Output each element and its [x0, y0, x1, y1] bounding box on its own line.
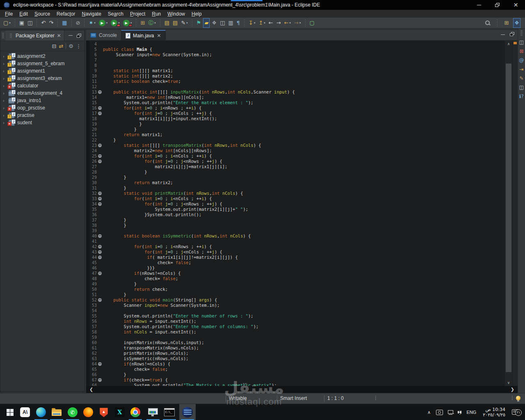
fold-collapse-icon[interactable]: –: [98, 154, 102, 158]
expand-chevron-icon[interactable]: ›: [3, 120, 7, 125]
fold-collapse-icon[interactable]: –: [98, 234, 102, 238]
back-button[interactable]: ←: [267, 18, 274, 28]
status-overflow-icon[interactable]: ⋮: [373, 395, 378, 401]
help-view-button[interactable]: ℹ?: [519, 94, 524, 99]
scroll-right-icon[interactable]: ❯: [511, 387, 514, 392]
tab-main-java[interactable]: JMain.java✕: [121, 30, 166, 40]
scrollbar-thumb[interactable]: [506, 64, 511, 372]
tips-lightbulb-icon[interactable]: [516, 396, 520, 400]
expand-chevron-icon[interactable]: ›: [3, 61, 7, 66]
format-brush-button[interactable]: ✎▾: [180, 18, 189, 28]
next-annotation-button[interactable]: ↧▾: [247, 18, 256, 28]
problems-view-button[interactable]: ⊠: [519, 49, 523, 54]
maximize-view-button[interactable]: [77, 34, 81, 38]
minimize-button[interactable]: [470, 0, 488, 10]
taskbar-file-explorer[interactable]: [48, 404, 65, 420]
fold-collapse-icon[interactable]: –: [98, 245, 102, 249]
scroll-left-icon[interactable]: ❮: [89, 387, 93, 392]
view-menu-button[interactable]: ⋮: [76, 43, 81, 49]
new-java-project-button[interactable]: ⊞: [139, 18, 146, 28]
horizontal-scrollbar[interactable]: ❮ ❯: [86, 386, 518, 393]
formatter-view-button[interactable]: ✎: [519, 76, 523, 81]
expand-chevron-icon[interactable]: ›: [3, 113, 7, 118]
tray-expand-icon[interactable]: ∧: [425, 410, 434, 415]
expand-chevron-icon[interactable]: ›: [3, 76, 7, 81]
taskbar-brave[interactable]: ▲: [96, 404, 112, 420]
taskbar-start[interactable]: [2, 404, 18, 420]
previous-annotation-button[interactable]: ↥▾: [257, 18, 266, 28]
project-practise[interactable]: ›J!practise: [0, 112, 84, 119]
fold-collapse-icon[interactable]: –: [98, 272, 102, 275]
project-assignment_5_ebram[interactable]: ›J!assignment_5_ebram: [0, 60, 84, 67]
restore-button[interactable]: [488, 0, 507, 10]
menu-source[interactable]: Source: [31, 11, 53, 17]
menu-file[interactable]: File: [2, 11, 16, 17]
javadoc-view-button[interactable]: @: [519, 58, 524, 63]
search-button[interactable]: [484, 18, 492, 28]
fold-collapse-icon[interactable]: –: [98, 144, 102, 147]
java-perspective-button[interactable]: ❖: [513, 18, 520, 28]
expand-chevron-icon[interactable]: ›: [3, 91, 7, 96]
project-assignment1[interactable]: ›J!assignment1: [0, 67, 84, 75]
restore-view-2-button[interactable]: ◫: [519, 85, 524, 90]
drag-handle-icon[interactable]: [2, 33, 4, 39]
forward-button[interactable]: →: [275, 18, 282, 28]
project-assignment3_ebram[interactable]: ›J!assignment3_ebram: [0, 75, 84, 82]
next-editor-button[interactable]: ◫: [219, 18, 226, 28]
fold-collapse-icon[interactable]: –: [98, 362, 102, 366]
link-with-editor-button[interactable]: ⇄: [59, 43, 63, 49]
package-explorer-tab[interactable]: Package Explorer ✕: [6, 30, 64, 41]
fold-collapse-icon[interactable]: –: [98, 256, 102, 259]
taskbar-firefox[interactable]: [80, 404, 96, 420]
back-history-button[interactable]: ←▾: [283, 18, 292, 28]
forward-history-button[interactable]: →▾: [293, 18, 302, 28]
volume-icon[interactable]: ): [459, 410, 461, 415]
language-indicator[interactable]: ENG: [463, 410, 479, 415]
taskbar-terminal[interactable]: C:\_: [161, 404, 178, 420]
network-icon[interactable]: [448, 410, 454, 415]
taskbar-x-app[interactable]: X: [112, 404, 128, 420]
meet-now-icon[interactable]: [436, 410, 443, 415]
project-oop_prsctise[interactable]: ›J×oop_prsctise: [0, 104, 84, 112]
overview-ruler[interactable]: [512, 41, 518, 386]
close-view-icon[interactable]: ✕: [57, 33, 62, 39]
import-folder-button[interactable]: ▤: [171, 18, 179, 28]
vertical-scrollbar[interactable]: ∧ ∨: [504, 41, 512, 386]
fold-collapse-icon[interactable]: –: [98, 378, 102, 382]
clock[interactable]: 10:34 ص ٢٠٢٥/٠٩/٢٥: [479, 407, 509, 418]
fold-collapse-icon[interactable]: –: [98, 160, 102, 163]
minimize-view-button[interactable]: [68, 35, 73, 36]
menu-refactor[interactable]: Refactor: [53, 11, 78, 17]
save-all-button[interactable]: ◫: [26, 18, 34, 28]
new-class-button[interactable]: Ⓒ▾: [147, 18, 157, 28]
declaration-view-button[interactable]: ⇥: [519, 67, 523, 72]
launch-debug-button[interactable]: ✶▾: [87, 18, 96, 28]
scroll-down-icon[interactable]: ∨: [505, 379, 512, 386]
close-button[interactable]: ✕: [507, 0, 525, 10]
status-overflow-right-icon[interactable]: ⋮: [510, 395, 515, 401]
maximize-editor-button[interactable]: [510, 32, 514, 36]
expand-chevron-icon[interactable]: ›: [3, 54, 7, 59]
open-console-button[interactable]: ▦: [61, 18, 68, 28]
expand-chevron-icon[interactable]: ›: [3, 83, 7, 88]
taskbar-edge[interactable]: [33, 404, 49, 420]
scroll-up-icon[interactable]: ∧: [505, 41, 512, 47]
menu-window[interactable]: Window: [164, 11, 188, 17]
menu-help[interactable]: Help: [188, 11, 205, 17]
type-hierarchy-button[interactable]: ❖: [210, 18, 218, 28]
close-tab-icon[interactable]: ✕: [156, 33, 161, 39]
save-button[interactable]: ▣: [18, 18, 25, 28]
new-task-button[interactable]: ⚑: [195, 18, 203, 28]
dock-handle-icon[interactable]: [520, 30, 523, 36]
new-wizard-button[interactable]: ▢▾: [2, 18, 12, 28]
taskbar-system-monitor[interactable]: [145, 404, 161, 420]
profile-button[interactable]: ▶▾: [122, 18, 133, 28]
code-editor[interactable]: 45public class Main {6 Scanner input=new…: [86, 41, 518, 386]
view-settings-button[interactable]: ⚙: [68, 43, 73, 49]
fold-collapse-icon[interactable]: –: [98, 197, 102, 201]
redo-button[interactable]: ↷: [48, 18, 55, 28]
run-button[interactable]: ▶▾: [98, 18, 109, 28]
menu-edit[interactable]: Edit: [16, 11, 31, 17]
open-folder-button[interactable]: ▤: [163, 18, 171, 28]
project-sudent[interactable]: ›J×sudent: [0, 119, 84, 126]
